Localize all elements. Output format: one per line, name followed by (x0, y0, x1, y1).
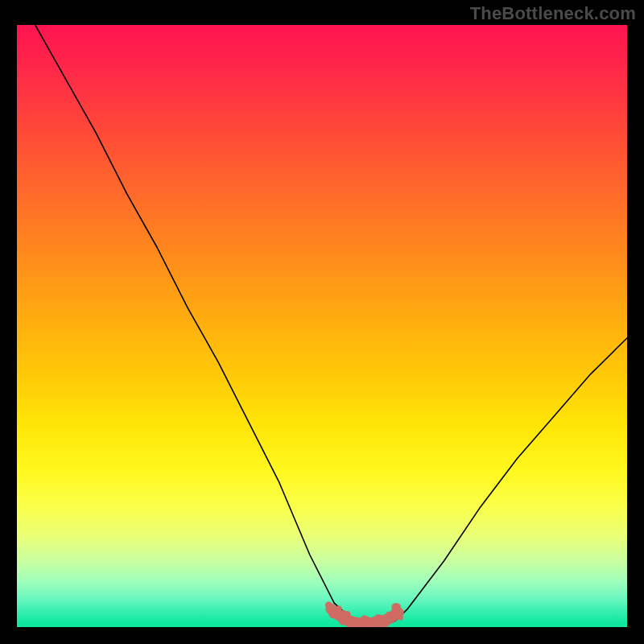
svg-point-24 (351, 617, 355, 621)
bottleneck-curve-line (35, 25, 627, 625)
svg-point-4 (325, 601, 332, 609)
plot-outer-border (14, 23, 630, 630)
svg-point-19 (343, 616, 349, 621)
svg-point-9 (333, 614, 338, 619)
svg-point-34 (361, 620, 368, 627)
chart-frame: TheBottleneck.com (0, 0, 644, 644)
svg-point-43 (375, 614, 379, 618)
svg-point-57 (398, 615, 403, 620)
plot-area (17, 25, 627, 627)
chart-svg (17, 25, 627, 627)
svg-point-59 (391, 603, 399, 611)
watermark-text: TheBottleneck.com (470, 3, 636, 24)
svg-point-44 (376, 618, 382, 624)
